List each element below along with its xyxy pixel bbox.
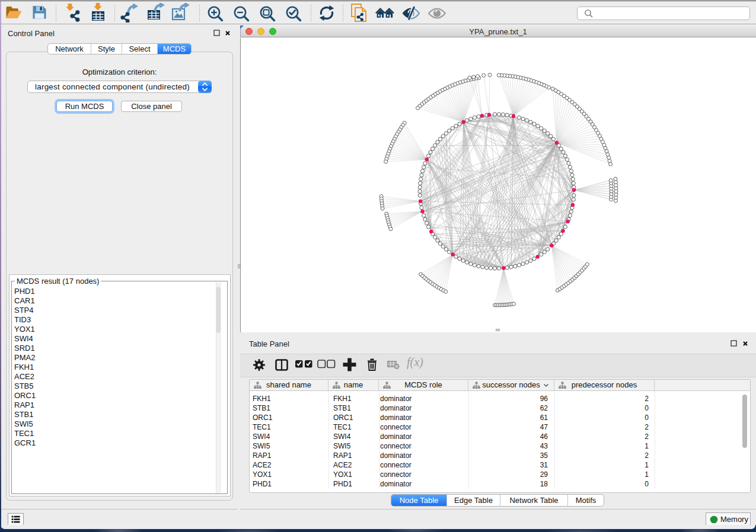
- svg-text:f(x): f(x): [407, 357, 423, 369]
